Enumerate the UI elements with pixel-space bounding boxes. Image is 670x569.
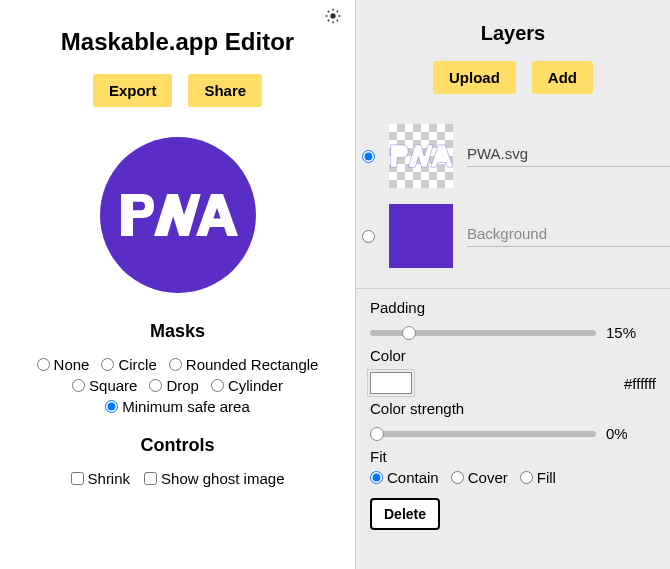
svg-point-0 xyxy=(330,13,335,18)
upload-button[interactable]: Upload xyxy=(433,61,516,94)
svg-line-8 xyxy=(337,11,338,12)
mask-option-square[interactable]: Square xyxy=(72,377,137,394)
page-title: Maskable.app Editor xyxy=(61,28,294,56)
export-button[interactable]: Export xyxy=(93,74,173,107)
layer-thumbnail xyxy=(389,124,453,188)
ghost-checkbox[interactable]: Show ghost image xyxy=(144,470,284,487)
layer-name: Background xyxy=(467,225,670,247)
svg-line-7 xyxy=(328,20,329,21)
color-strength-slider[interactable] xyxy=(370,431,596,437)
mask-option-circle[interactable]: Circle xyxy=(101,356,156,373)
layers-panel: Layers Upload Add PWA.svg Background Pad… xyxy=(355,0,670,569)
layer-row[interactable]: Background xyxy=(356,196,670,276)
shrink-checkbox[interactable]: Shrink xyxy=(71,470,131,487)
padding-value: 15% xyxy=(606,324,656,341)
layer-select-radio[interactable] xyxy=(362,230,375,243)
editor-panel: Maskable.app Editor Export Share Masks N… xyxy=(0,0,355,569)
fit-option-contain[interactable]: Contain xyxy=(370,469,439,486)
color-swatch[interactable] xyxy=(370,372,412,394)
masks-heading: Masks xyxy=(150,321,205,342)
color-strength-label: Color strength xyxy=(370,400,656,417)
controls-group: Shrink Show ghost image xyxy=(71,470,285,487)
mask-option-rounded-rectangle[interactable]: Rounded Rectangle xyxy=(169,356,319,373)
layers-heading: Layers xyxy=(356,22,670,45)
toolbar: Export Share xyxy=(93,74,262,107)
add-layer-button[interactable]: Add xyxy=(532,61,593,94)
share-button[interactable]: Share xyxy=(188,74,262,107)
controls-heading: Controls xyxy=(141,435,215,456)
fit-label: Fit xyxy=(370,448,656,465)
layer-thumbnail xyxy=(389,204,453,268)
fit-option-fill[interactable]: Fill xyxy=(520,469,556,486)
layers-toolbar: Upload Add xyxy=(356,61,670,94)
fit-radio-group: Contain Cover Fill xyxy=(370,469,656,486)
color-hex: #ffffff xyxy=(624,375,656,392)
svg-line-5 xyxy=(328,11,329,12)
masks-radio-group: None Circle Rounded Rectangle Square Dro… xyxy=(10,356,345,415)
layer-name: PWA.svg xyxy=(467,145,670,167)
mask-option-minimum-safe-area[interactable]: Minimum safe area xyxy=(105,398,250,415)
delete-layer-button[interactable]: Delete xyxy=(370,498,440,530)
layer-row[interactable]: PWA.svg xyxy=(356,116,670,196)
mask-option-cylinder[interactable]: Cylinder xyxy=(211,377,283,394)
layer-select-radio[interactable] xyxy=(362,150,375,163)
svg-line-6 xyxy=(337,20,338,21)
mask-option-none[interactable]: None xyxy=(37,356,90,373)
icon-preview xyxy=(100,137,256,293)
pwa-logo-icon xyxy=(389,124,453,188)
color-label: Color xyxy=(370,347,656,364)
pwa-logo-icon xyxy=(118,191,238,239)
theme-toggle-icon[interactable] xyxy=(325,8,341,24)
color-strength-value: 0% xyxy=(606,425,656,442)
padding-label: Padding xyxy=(370,299,656,316)
fit-option-cover[interactable]: Cover xyxy=(451,469,508,486)
mask-option-drop[interactable]: Drop xyxy=(149,377,199,394)
layer-properties: Padding 15% Color #ffffff Color strength… xyxy=(356,288,670,544)
padding-slider[interactable] xyxy=(370,330,596,336)
layers-list: PWA.svg Background xyxy=(356,116,670,276)
